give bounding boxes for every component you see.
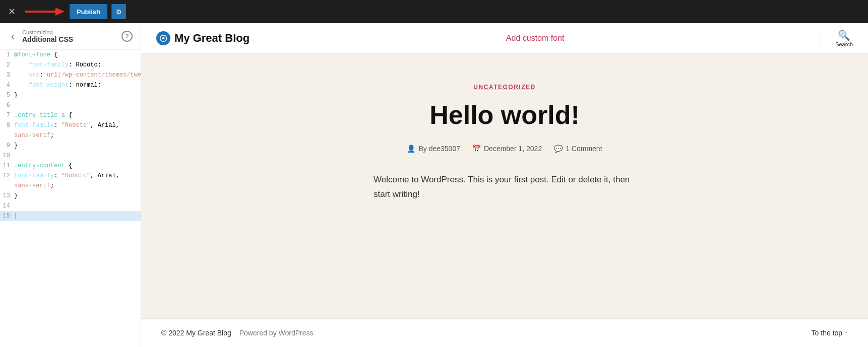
code-line-active[interactable]: 15 |: [0, 211, 141, 221]
code-line: sans-serif;: [0, 130, 141, 141]
logo-icon: [156, 31, 170, 45]
footer-powered: Powered by WordPress: [239, 329, 314, 337]
code-line: 9 }: [0, 141, 141, 151]
footer-left: © 2022 My Great Blog Powered by WordPres…: [161, 329, 314, 337]
add-custom-font-link[interactable]: Add custom font: [506, 34, 565, 43]
code-line: 1 @font-face {: [0, 50, 141, 60]
code-line: sans-serif;: [0, 181, 141, 191]
svg-marker-1: [55, 8, 65, 16]
footer-top-link[interactable]: To the top ↑: [812, 329, 848, 337]
red-arrow-icon: [25, 6, 66, 18]
comment-icon: 💬: [554, 145, 563, 153]
customizing-label: Customizing: [22, 29, 116, 35]
calendar-icon: 📅: [472, 145, 481, 153]
close-button[interactable]: ✕: [4, 4, 19, 19]
help-button[interactable]: ?: [121, 31, 133, 42]
code-line: 10: [0, 151, 141, 161]
preview-nav: My Great Blog Add custom font 🔍 Search: [141, 23, 868, 53]
code-line: 12 font-family: "Roboto", Arial,: [0, 171, 141, 181]
section-label: Additional CSS: [22, 35, 116, 43]
code-line: 2 font-family: Roboto;: [0, 60, 141, 70]
author-icon: 👤: [407, 145, 415, 153]
search-area[interactable]: 🔍 Search: [821, 29, 853, 47]
post-meta: 👤 By dee35007 📅 December 1, 2022 💬 1 Com…: [328, 145, 681, 153]
main-layout: ‹ Customizing Additional CSS ? 1 @font-f…: [0, 23, 868, 347]
post-container: UNCATEGORIZED Hello world! 👤 By dee35007…: [328, 84, 681, 202]
code-line: 6: [0, 100, 141, 110]
footer-copyright: © 2022 My Great Blog: [161, 329, 231, 337]
post-comments: 1 Comment: [566, 145, 602, 153]
code-line: 4 font-weight: normal;: [0, 80, 141, 90]
sidebar-header-text: Customizing Additional CSS: [22, 29, 116, 43]
sidebar-header: ‹ Customizing Additional CSS ?: [0, 23, 141, 50]
code-line: 14: [0, 201, 141, 211]
top-bar: ✕ Publish ⚙: [0, 0, 868, 23]
post-date: December 1, 2022: [484, 145, 542, 153]
preview-panel: My Great Blog Add custom font 🔍 Search U…: [141, 23, 868, 347]
publish-settings-button[interactable]: ⚙: [111, 4, 126, 19]
code-line: 5 }: [0, 90, 141, 100]
post-date-meta: 📅 December 1, 2022: [472, 145, 542, 153]
blog-content: UNCATEGORIZED Hello world! 👤 By dee35007…: [141, 53, 868, 318]
search-label: Search: [835, 41, 853, 47]
code-line: 3 src: url(/wp-content/themes/twentytwen…: [0, 70, 141, 80]
preview-footer: © 2022 My Great Blog Powered by WordPres…: [141, 318, 868, 347]
post-comments-meta: 💬 1 Comment: [554, 145, 602, 153]
code-line: 7 .entry-title a {: [0, 110, 141, 120]
post-author: By dee35007: [418, 145, 460, 153]
search-icon: 🔍: [838, 29, 850, 41]
code-line: 11 .entry-content {: [0, 161, 141, 171]
post-category[interactable]: UNCATEGORIZED: [328, 84, 681, 91]
post-excerpt: Welcome to WordPress. This is your first…: [374, 173, 636, 202]
blog-logo: My Great Blog: [156, 31, 250, 45]
back-button[interactable]: ‹: [8, 30, 17, 43]
code-editor[interactable]: 1 @font-face { 2 font-family: Roboto; 3 …: [0, 50, 141, 347]
publish-button[interactable]: Publish: [70, 4, 107, 19]
blog-title: My Great Blog: [174, 32, 250, 45]
sidebar: ‹ Customizing Additional CSS ? 1 @font-f…: [0, 23, 141, 347]
post-author-meta: 👤 By dee35007: [407, 145, 460, 153]
code-line: 8 font-family: "Roboto", Arial,: [0, 120, 141, 130]
post-title: Hello world!: [328, 101, 681, 129]
arrow-container: [25, 6, 66, 18]
code-line: 13 }: [0, 191, 141, 201]
